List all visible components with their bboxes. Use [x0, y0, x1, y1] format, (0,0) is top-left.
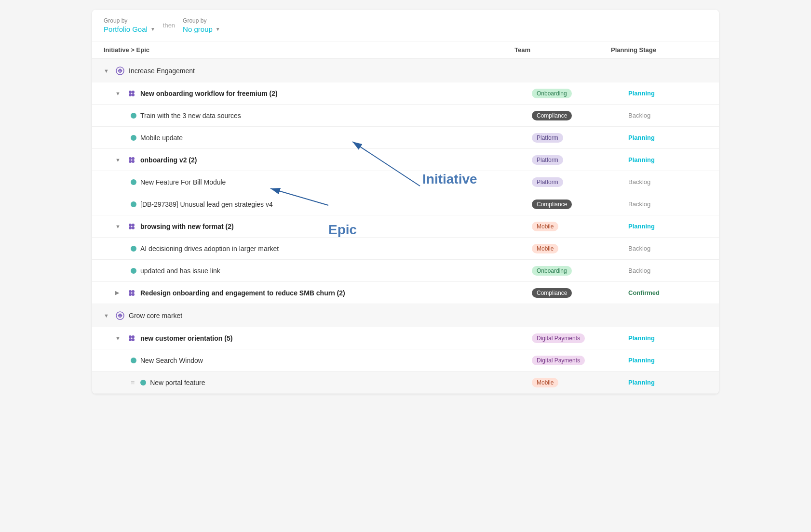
story-stage-updated-issue: Backlog [622, 263, 719, 278]
team-badge: Onboarding [532, 89, 572, 98]
svg-point-26 [129, 335, 132, 338]
table-container: Initiative Epic Initiative > Epic Team P… [92, 41, 719, 394]
epic-collapse-icon[interactable]: ▼ [115, 224, 123, 229]
stage-label: Planning [628, 357, 655, 364]
story-title-unusual-lead: [DB-297389] Unusual lead gen strategies … [140, 200, 273, 208]
story-dot-icon [131, 113, 136, 119]
chevron-down-icon-1: ▼ [150, 27, 155, 32]
epic-row-browsing: ▼ browsing with new format (2) Mobile Pl… [92, 215, 719, 238]
story-title-updated-issue: updated and has issue link [140, 267, 220, 275]
collapse-icon[interactable]: ▼ [104, 313, 111, 319]
story-team-bill-module: Platform [526, 173, 622, 191]
story-stage-mobile-update: Planning [622, 130, 719, 145]
svg-point-12 [129, 157, 132, 160]
team-badge: Compliance [532, 111, 572, 120]
svg-point-23 [132, 293, 135, 296]
col-team: Team [514, 46, 611, 53]
story-dot-icon [131, 358, 136, 363]
team-badge: Mobile [532, 378, 558, 387]
group-by-2-select[interactable]: No group ▼ [183, 25, 220, 33]
story-dot-icon [131, 268, 136, 274]
epic-cell: ▼ browsing with new format (2) [92, 218, 526, 235]
team-badge: Platform [532, 177, 563, 187]
epic-cell: ▶ Redesign onboarding and engagement to … [92, 284, 526, 302]
story-row-new-portal-feature: ≡ New portal feature Mobile Planning [92, 372, 719, 394]
group-by-1-label: Group by [104, 17, 155, 24]
stage-label: Planning [628, 379, 655, 386]
stage-label: Backlog [628, 178, 650, 186]
epic-collapse-icon[interactable]: ▼ [115, 335, 123, 341]
group-by-1-select[interactable]: Portfolio Goal ▼ [104, 25, 155, 33]
drag-handle-icon[interactable]: ≡ [131, 379, 135, 386]
svg-point-8 [129, 91, 132, 93]
team-badge: Platform [532, 155, 563, 165]
collapse-icon[interactable]: ▼ [104, 68, 111, 74]
story-dot-icon [131, 201, 136, 207]
story-title-ai-decisioning: AI decisioning drives adoption in larger… [140, 245, 279, 253]
stage-label: Planning [628, 156, 655, 163]
epic-row-new-onboarding: ▼ New onboarding workflow for freemium (… [92, 82, 719, 105]
stage-label: Backlog [628, 200, 650, 208]
initiative-icon [115, 311, 125, 320]
story-cell: ≡ New portal feature [92, 375, 526, 390]
story-team-updated-issue: Onboarding [526, 262, 622, 279]
epic-collapse-icon[interactable]: ▼ [115, 91, 123, 96]
epic-stage-redesign-onboarding: Confirmed [622, 285, 719, 300]
team-badge: Mobile [532, 222, 558, 231]
group-title-increase-engagement: Increase Engagement [129, 67, 195, 75]
group-row-grow-core-market: ▼ Grow core market [92, 304, 719, 327]
story-title-new-portal-feature: New portal feature [150, 379, 205, 386]
stage-label: Planning [628, 134, 655, 141]
svg-point-11 [132, 93, 135, 96]
team-badge: Compliance [532, 200, 572, 209]
story-row-train: Train with the 3 new data sources Compli… [92, 105, 719, 127]
story-team-ai-decisioning: Mobile [526, 240, 622, 257]
group-title-grow-core-market: Grow core market [129, 312, 182, 319]
epic-cell: ▼ new customer orientation (5) [92, 330, 526, 347]
svg-point-22 [129, 293, 132, 296]
team-badge: Onboarding [532, 266, 572, 276]
epic-dots-icon [127, 222, 136, 231]
col-planning-stage: Planning Stage [611, 46, 707, 53]
group-by-2-value: No group [183, 25, 213, 33]
story-cell: [DB-297389] Unusual lead gen strategies … [92, 197, 526, 212]
epic-team-browsing: Mobile [526, 218, 622, 235]
epic-title-onboarding-v2: onboarding v2 (2) [140, 156, 197, 164]
story-team-new-portal-feature: Mobile [526, 374, 622, 391]
epic-stage-browsing: Planning [622, 219, 719, 234]
svg-point-20 [129, 290, 132, 293]
svg-point-29 [132, 338, 135, 341]
story-dot-icon [131, 246, 136, 252]
svg-point-16 [129, 224, 132, 226]
story-cell: AI decisioning drives adoption in larger… [92, 241, 526, 256]
epic-dots-icon [127, 288, 136, 298]
story-row-ai-decisioning: AI decisioning drives adoption in larger… [92, 238, 719, 260]
svg-point-14 [129, 160, 132, 163]
story-title-bill-module: New Feature For Bill Module [140, 178, 226, 186]
group-by-2-label: Group by [183, 17, 220, 24]
epic-collapse-icon[interactable]: ▼ [115, 157, 123, 163]
then-label: then [163, 22, 175, 29]
group-by-1-wrapper: Group by Portfolio Goal ▼ [104, 17, 155, 33]
team-badge: Compliance [532, 288, 572, 298]
epic-stage-new-onboarding: Planning [622, 86, 719, 101]
stage-label: Confirmed [628, 289, 660, 296]
epic-title-redesign-onboarding: Redesign onboarding and engagement to re… [140, 289, 345, 297]
stage-label: Backlog [628, 267, 650, 274]
svg-point-18 [129, 226, 132, 229]
epic-expand-icon[interactable]: ▶ [115, 290, 123, 296]
chevron-down-icon-2: ▼ [216, 27, 220, 32]
svg-point-10 [129, 93, 132, 96]
epic-stage-new-customer-orientation: Planning [622, 331, 719, 346]
group-by-2-wrapper: Group by No group ▼ [183, 17, 220, 33]
table-header: Initiative > Epic Team Planning Stage [92, 41, 719, 59]
story-team-train: Compliance [526, 107, 622, 124]
story-cell: updated and has issue link [92, 263, 526, 279]
story-dot-icon [131, 179, 136, 185]
story-stage-new-portal-feature: Planning [622, 375, 719, 390]
svg-point-19 [132, 226, 135, 229]
story-cell: Mobile update [92, 130, 526, 146]
stage-label: Planning [628, 223, 655, 230]
story-stage-bill-module: Backlog [622, 174, 719, 189]
epic-row-onboarding-v2: ▼ onboarding v2 (2) Platform Planning [92, 149, 719, 171]
